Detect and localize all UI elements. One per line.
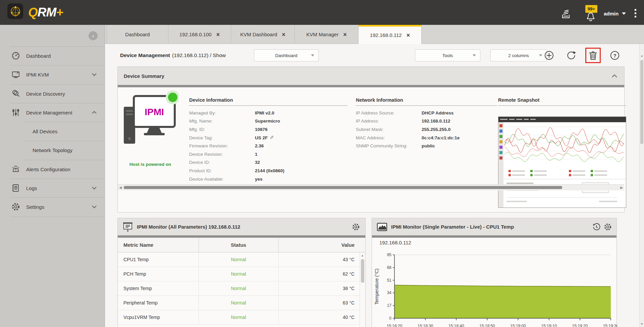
column-header-value: Value: [278, 238, 355, 252]
info-value: 1: [255, 152, 258, 157]
tab-kvm-dashboard[interactable]: KVM Dashboard ×: [231, 25, 295, 44]
tab-close-icon[interactable]: ×: [282, 32, 285, 38]
info-row: Managed By:IPMI v2.0: [189, 109, 347, 117]
svg-text:15:18:40: 15:18:40: [448, 324, 464, 327]
live-chart-content: 192.168.0.112 0173451688515:18:2015:18:3…: [372, 238, 616, 327]
panel-title: Device Summary: [124, 73, 164, 79]
scroll-up-arrow[interactable]: ▲: [640, 54, 644, 57]
remote-snapshot-image[interactable]: [498, 116, 626, 208]
info-value: IPMI v2.0: [255, 110, 274, 115]
table-row[interactable]: CPU1 TempNormal43 °C: [118, 252, 365, 267]
svg-text:68: 68: [387, 265, 392, 270]
monitor-icon: [11, 70, 20, 79]
metric-name-cell: CPU1 Temp: [123, 252, 149, 267]
section-title: Remote Snapshot: [498, 97, 626, 106]
view-select[interactable]: Dashboard: [254, 49, 319, 61]
horizontal-scrollbar[interactable]: ◀ ▶: [118, 184, 624, 190]
info-row: Mfg. ID:10876: [189, 125, 347, 134]
info-label: Device ID:: [189, 160, 255, 165]
sidebar-item-settings[interactable]: Settings: [0, 197, 105, 216]
info-row: Device Revision:1: [189, 150, 347, 158]
table-row[interactable]: Peripheral TempNormal63 °C: [118, 296, 365, 310]
scrollbar-thumb[interactable]: [361, 259, 364, 283]
scrollbar-thumb[interactable]: [640, 60, 643, 144]
table-row[interactable]: System TempNormal38 °C: [118, 281, 365, 296]
add-widget-button[interactable]: [544, 50, 554, 61]
tab-kvm-manager[interactable]: KVM Manager ×: [295, 25, 359, 44]
sidebar-item-all-devices[interactable]: All Devices: [0, 122, 105, 141]
sidebar-item-logs[interactable]: Logs: [0, 179, 105, 197]
sidebar-item-device-management[interactable]: Device Management: [0, 103, 105, 122]
value-cell: 63 °C: [278, 296, 355, 310]
table-row[interactable]: Vcpu1VRM TempNormal40 °C: [118, 310, 365, 325]
scrollbar-thumb[interactable]: [124, 186, 562, 189]
info-value: 255.255.255.0: [422, 127, 450, 132]
info-row: Device ID:32: [189, 158, 347, 167]
help-button[interactable]: ?: [609, 50, 620, 61]
tasks-stack-icon[interactable]: [561, 9, 571, 19]
columns-select[interactable]: 2 columns: [490, 49, 547, 61]
scroll-right-arrow[interactable]: ▶: [619, 185, 624, 190]
tab-close-icon[interactable]: ×: [407, 32, 410, 38]
sidebar-item-label: Dashboard: [26, 53, 51, 59]
svg-text:15:18:20: 15:18:20: [387, 324, 402, 327]
sidebar-item-dashboard[interactable]: Dashboard: [0, 46, 105, 65]
info-value: yes: [255, 177, 263, 182]
delete-button-highlighted[interactable]: [585, 48, 601, 63]
info-label: MAC Address:: [356, 135, 422, 140]
gear-icon[interactable]: [352, 223, 360, 231]
collapse-panel-icon[interactable]: [611, 74, 618, 78]
gear-icon[interactable]: [604, 223, 612, 231]
sidebar-collapse-button[interactable]: ‹: [89, 31, 98, 40]
sidebar-item-label: IPMI KVM: [26, 72, 49, 78]
tab-close-icon[interactable]: ×: [343, 32, 347, 38]
info-row: Product ID:2144 (0x0860): [189, 167, 347, 175]
edit-pencil-icon[interactable]: ✎: [270, 135, 274, 141]
kebab-menu-icon[interactable]: [635, 9, 637, 19]
tab-192-168-0-112-active[interactable]: 192.168.0.112 ×: [359, 25, 422, 44]
info-label: Device Revision:: [189, 152, 255, 157]
refresh-button[interactable]: [566, 50, 577, 61]
table-row[interactable]: PCH TempNormal62 °C: [118, 267, 365, 281]
sidebar-item-alerts-configuration[interactable]: Alerts Configuration: [0, 160, 105, 179]
tools-select[interactable]: Tools: [415, 49, 480, 61]
sliders-icon: [11, 108, 20, 117]
sidebar-item-label: Logs: [26, 185, 37, 191]
tab-192-168-0-100[interactable]: 192.168.0.100 ×: [168, 25, 231, 44]
info-row: Mfg. Name:Supermicro: [189, 117, 347, 126]
qrm-logo-icon: [7, 3, 23, 19]
metric-name-cell: Peripheral Temp: [123, 296, 158, 310]
sidebar-item-device-discovery[interactable]: Device Discovery: [0, 84, 105, 103]
status-cell: Normal: [199, 252, 278, 267]
scroll-down-arrow[interactable]: ▼: [640, 322, 644, 326]
sidebar-item-label: Device Management: [26, 110, 72, 115]
column-header-status: Status: [199, 238, 278, 252]
metric-name-cell: PCH Temp: [123, 267, 146, 281]
trash-icon: [588, 50, 598, 60]
info-value: 2.36: [255, 143, 264, 148]
svg-text:Temperature (°C): Temperature (°C): [374, 269, 379, 305]
user-menu[interactable]: admin: [604, 8, 626, 19]
metric-name-cell: Vcpu1VRM Temp: [123, 310, 160, 324]
svg-text:15:19:10: 15:19:10: [541, 324, 557, 327]
sidebar: ‹ Dashboard IPMI KVM Device Discovery De…: [0, 25, 105, 327]
tab-label: Dashboard: [125, 32, 150, 37]
page-scrollbar[interactable]: ▲ ▼: [639, 44, 644, 327]
history-clock-icon[interactable]: [592, 223, 600, 231]
bell-icon[interactable]: [586, 12, 595, 21]
tab-dashboard[interactable]: Dashboard: [107, 25, 168, 44]
table-scrollbar[interactable]: ▲: [360, 252, 365, 327]
scroll-up-arrow[interactable]: ▲: [360, 254, 365, 257]
sidebar-item-label: Alerts Configuration: [26, 167, 70, 172]
info-value: US 2F✎: [255, 135, 274, 141]
tab-close-icon[interactable]: ×: [216, 32, 220, 38]
sidebar-item-ipmi-kvm[interactable]: IPMI KVM: [0, 65, 105, 84]
metrics-table: Metric Name Status Value CPU1 TempNormal…: [118, 238, 365, 325]
qrm-logo-text: QRM+: [28, 5, 63, 19]
view-select-value: Dashboard: [275, 53, 297, 58]
scroll-left-arrow[interactable]: ◀: [118, 185, 123, 190]
info-value: 2144 (0x0860): [255, 168, 284, 173]
device-summary-header[interactable]: Device Summary: [118, 67, 624, 85]
area-chart-icon: [377, 222, 387, 232]
sidebar-item-network-topology[interactable]: Network Topology: [0, 141, 105, 159]
